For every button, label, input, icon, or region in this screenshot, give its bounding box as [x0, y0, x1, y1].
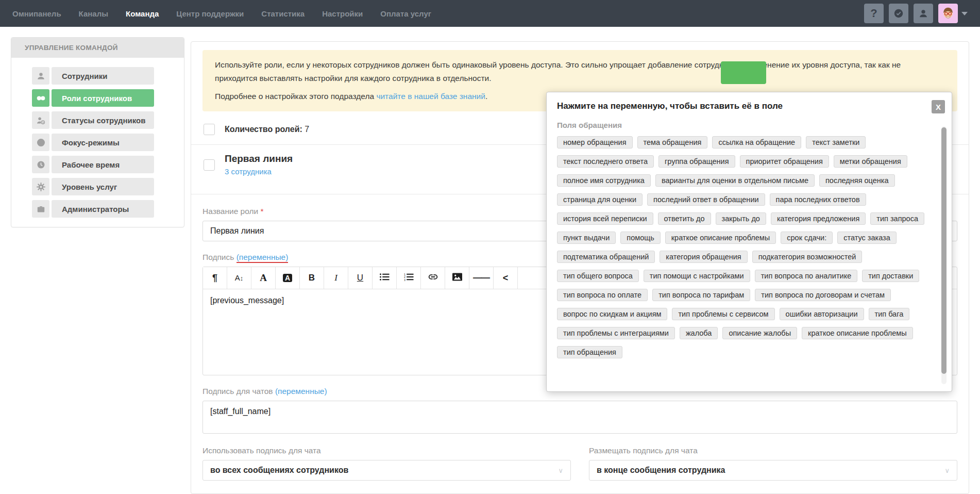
variable-chip[interactable]: ошибки авторизации	[780, 308, 864, 320]
variable-chip[interactable]: тип вопроса по аналитике	[755, 270, 858, 282]
variables-popup: Нажмите на переменную, чтобы вставить её…	[546, 92, 952, 392]
variable-chip[interactable]: помощь	[620, 232, 660, 244]
nav-billing[interactable]: Оплата услуг	[380, 9, 431, 18]
sidebar-item-administrators[interactable]: Администраторы	[32, 200, 154, 218]
account-menu[interactable]	[938, 4, 968, 23]
nav-omnipanel[interactable]: Омнипанель	[12, 9, 61, 18]
variable-chip[interactable]: краткое описание проблемы	[802, 327, 913, 339]
popup-close-button[interactable]: X	[932, 100, 945, 113]
gear-icon	[32, 178, 49, 195]
variable-chip[interactable]: история всей переписки	[557, 212, 653, 225]
variable-chip[interactable]: подкатегория возможностей	[752, 251, 863, 263]
chat-signature-variables-link[interactable]: (переменные)	[275, 387, 327, 396]
variable-chip[interactable]: статус заказа	[837, 232, 897, 244]
variable-chip[interactable]: жалоба	[680, 327, 718, 339]
variable-chip[interactable]: подтематика обращений	[557, 251, 655, 263]
variable-chip[interactable]: тип проблемы с сервисом	[672, 308, 774, 320]
variable-chip[interactable]: закрыть до	[716, 212, 766, 225]
variable-chip[interactable]: номер обращения	[557, 136, 633, 149]
popup-scrollbar-track[interactable]	[941, 126, 947, 384]
variable-chip[interactable]: тип помощи с настройками	[644, 270, 750, 282]
verified-button[interactable]	[889, 4, 908, 23]
place-signature-select[interactable]: в конце сообщения сотрудника ∨	[589, 460, 957, 481]
chat-signature-input[interactable]: [staff_full_name]	[202, 401, 957, 434]
toolbar-paragraph-button[interactable]: ¶	[203, 267, 227, 289]
variable-chip[interactable]: пункт выдачи	[557, 232, 616, 244]
variable-chip[interactable]: тип доставки	[862, 270, 919, 282]
variable-chip[interactable]: вопрос по скидкам и акциям	[557, 308, 667, 320]
nav-channels[interactable]: Каналы	[79, 9, 108, 18]
toolbar-bullet-list-button[interactable]	[373, 267, 397, 289]
variable-chip[interactable]: страница для оценки	[557, 193, 643, 206]
toolbar-link-button[interactable]	[421, 267, 445, 289]
sidebar-item-focus-modes[interactable]: Фокус-режимы	[32, 134, 154, 151]
variable-chip[interactable]: последняя оценка	[819, 174, 895, 187]
toolbar-code-button[interactable]: <	[494, 267, 518, 289]
variable-chip[interactable]: пара последних ответов	[770, 193, 866, 206]
variable-chip[interactable]: текст последнего ответа	[557, 155, 654, 168]
toolbar-font-color-button[interactable]: A	[251, 267, 276, 289]
svg-text:3: 3	[404, 278, 405, 281]
sidebar-item-employees[interactable]: Сотрудники	[32, 67, 154, 85]
variable-chip[interactable]: срок сдачи:	[781, 232, 833, 244]
variable-chip[interactable]: тип бага	[869, 308, 910, 320]
variable-chip[interactable]: ответить до	[658, 212, 711, 225]
sidebar-item-service-level[interactable]: Уровень услуг	[32, 178, 154, 195]
toolbar-highlight-button[interactable]: A	[276, 267, 300, 289]
variable-chip[interactable]: текст заметки	[806, 136, 866, 149]
variable-chip[interactable]: краткое описание проблемы	[665, 232, 776, 244]
sidebar-header: УПРАВЛЕНИЕ КОМАНДОЙ	[11, 38, 184, 58]
role-staff-link[interactable]: 3 сотрудника	[225, 167, 272, 176]
variable-chip[interactable]: тема обращения	[637, 136, 708, 149]
knowledge-base-link[interactable]: читайте в нашей базе знаний	[376, 92, 485, 101]
variable-chip[interactable]: группа обращения	[658, 155, 735, 168]
top-navigation: ОмнипанельКаналыКомандаЦентр поддержкиСт…	[0, 0, 980, 27]
variable-chip[interactable]: тип проблемы с интеграциями	[557, 327, 675, 339]
variable-chip[interactable]: варианты для оценки в отдельном письме	[655, 174, 815, 187]
toolbar-italic-button[interactable]: I	[324, 267, 348, 289]
profile-button[interactable]	[914, 4, 933, 23]
image-icon	[452, 273, 462, 284]
nav-support-center[interactable]: Центр поддержки	[176, 9, 244, 18]
popup-section-label: Поля обращения	[557, 121, 930, 129]
nav-statistics[interactable]: Статистика	[261, 9, 305, 18]
sidebar-item-roles[interactable]: Роли сотрудников	[32, 89, 154, 107]
signature-variables-link[interactable]: (переменные)	[236, 253, 289, 263]
sidebar-item-working-hours[interactable]: Рабочее время	[32, 156, 154, 173]
variable-chip[interactable]: тип обращения	[557, 346, 622, 358]
chevron-down-icon: ∨	[558, 467, 563, 474]
variable-chip[interactable]: тип вопроса по договорам и счетам	[755, 289, 891, 301]
nav-settings[interactable]: Настройки	[322, 9, 363, 18]
topbar-actions: ?	[864, 4, 968, 23]
fontsize-icon: A↕	[235, 273, 244, 283]
toolbar-image-button[interactable]	[445, 267, 469, 289]
variable-chip[interactable]: категория предложения	[771, 212, 866, 225]
add-role-button[interactable]	[721, 61, 766, 84]
select-all-checkbox[interactable]	[204, 124, 215, 135]
role-checkbox[interactable]	[204, 159, 215, 171]
variable-chip[interactable]: категория обращения	[660, 251, 747, 263]
popup-scrollbar-thumb[interactable]	[941, 127, 947, 374]
team-management-sidebar: УПРАВЛЕНИЕ КОМАНДОЙ Сотрудники Роли сотр…	[11, 37, 184, 227]
use-signature-select[interactable]: во всех сообщениях сотрудников ∨	[202, 460, 571, 481]
ul-icon	[380, 273, 390, 284]
variable-chip[interactable]: ссылка на обращение	[712, 136, 801, 149]
variable-chip[interactable]: приоритет обращения	[740, 155, 829, 168]
variable-chip[interactable]: тип вопроса по оплате	[557, 289, 648, 301]
variable-chip[interactable]: полное имя сотрудника	[557, 174, 651, 187]
toolbar-bold-button[interactable]: B	[300, 267, 324, 289]
roles-count-label: Количество ролей: 7	[225, 125, 309, 134]
variable-chip[interactable]: описание жалобы	[722, 327, 797, 339]
help-button[interactable]: ?	[864, 4, 884, 23]
toolbar-ordered-list-button[interactable]: 123	[397, 267, 421, 289]
nav-team[interactable]: Команда	[126, 9, 159, 18]
variable-chip[interactable]: тип вопроса по тарифам	[652, 289, 750, 301]
variable-chip[interactable]: последний ответ в обращении	[647, 193, 765, 206]
variable-chip[interactable]: тип общего вопроса	[557, 270, 639, 282]
sidebar-item-statuses[interactable]: Статусы сотрудников	[32, 111, 154, 129]
variable-chip[interactable]: метки обращения	[834, 155, 907, 168]
toolbar-underline-button[interactable]: U	[348, 267, 373, 289]
toolbar-horizontal-rule-button[interactable]: ——	[469, 267, 494, 289]
variable-chip[interactable]: тип запроса	[870, 212, 924, 225]
toolbar-font-size-button[interactable]: A↕	[227, 267, 251, 289]
